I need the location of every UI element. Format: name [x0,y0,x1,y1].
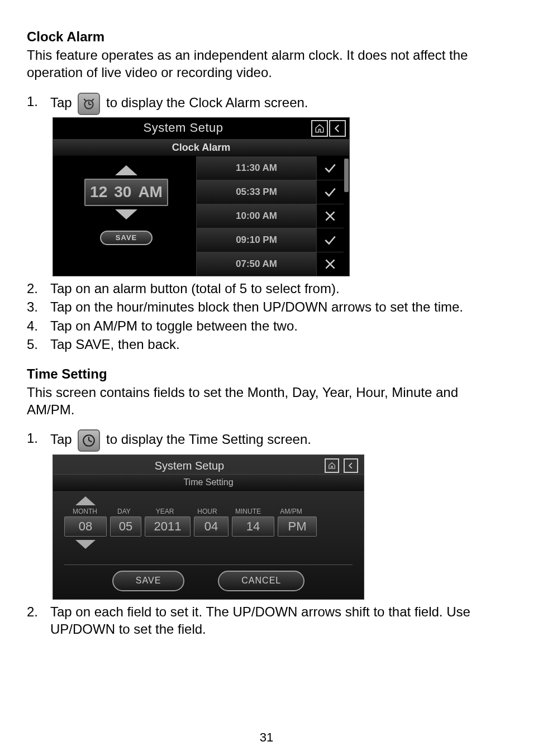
up-arrow-icon[interactable] [115,165,137,175]
save-button[interactable]: SAVE [100,231,153,246]
step1-suffix: to display the Time Setting screen. [106,432,311,447]
time-setting-step1: 1. Tap to display the Time Setting scree… [27,429,506,452]
minute-field[interactable]: 14 [232,516,274,537]
system-setup-title: System Setup [56,120,310,136]
month-label: MONTH [64,508,106,516]
clock-alarm-step2: 2.Tap on an alarm button (total of 5 to … [27,280,506,297]
alarm-row[interactable]: 05:33 PM [197,180,344,204]
alarm-row[interactable]: 10:00 AM [197,204,344,228]
svg-line-3 [84,99,86,101]
svg-line-4 [92,99,94,101]
ampm-field[interactable]: PM [278,516,317,537]
alarm-time[interactable]: 07:50 AM [197,252,317,276]
clock-icon [78,429,100,452]
step1-prefix: Tap [50,95,72,110]
step1-suffix: to display the Clock Alarm screen. [106,95,308,110]
step1-prefix: Tap [50,432,72,447]
alarm-time[interactable]: 05:33 PM [197,180,317,204]
svg-line-7 [89,441,92,442]
alarm-time[interactable]: 09:10 PM [197,228,317,252]
minute-label: MINUTE [227,508,269,516]
clock-alarm-step3: 3.Tap on the hour/minutes block then UP/… [27,298,506,315]
time-setting-screenshot: System Setup Time Setting MONTH DAY YEAR… [53,454,364,600]
x-icon[interactable] [317,204,344,228]
time-picker[interactable]: 12 30 AM [84,179,168,205]
ampm-segment[interactable]: AM [137,182,164,202]
hour-field[interactable]: 04 [194,516,229,537]
time-setting-intro: This screen contains fields to set the M… [27,384,506,418]
time-setting-heading: Time Setting [27,365,506,382]
hour-segment[interactable]: 12 [89,182,108,202]
ampm-label: AM/PM [272,508,310,516]
alarm-row[interactable]: 11:30 AM [197,156,344,180]
clock-alarm-step1: 1. Tap to display the Clock Alarm screen… [27,93,506,115]
year-field[interactable]: 2011 [145,516,191,537]
check-icon[interactable] [317,180,344,204]
back-icon[interactable] [329,120,346,137]
time-setting-subtitle: Time Setting [53,474,364,491]
down-arrow-icon[interactable] [75,540,96,549]
clock-alarm-intro: This feature operates as an independent … [27,46,506,81]
clock-alarm-step4: 4.Tap on AM/PM to toggle between the two… [27,317,506,334]
hour-label: HOUR [191,508,224,516]
back-icon[interactable] [344,458,358,473]
alarm-clock-icon [78,93,100,115]
alarm-time[interactable]: 11:30 AM [197,156,317,180]
time-setting-step2: 2.Tap on each field to set it. The UP/DO… [27,603,506,638]
check-icon[interactable] [317,156,344,180]
system-setup-title: System Setup [59,458,320,473]
clock-alarm-screenshot: System Setup Clock Alarm 12 30 AM SAVE 1… [53,117,350,276]
day-field[interactable]: 05 [110,516,141,537]
check-icon[interactable] [317,228,344,252]
home-icon[interactable] [325,458,339,473]
alarm-row[interactable]: 07:50 AM [197,252,344,276]
clock-alarm-subtitle: Clock Alarm [53,140,349,156]
scrollbar-thumb[interactable] [344,159,349,192]
minute-segment[interactable]: 30 [113,182,132,202]
down-arrow-icon[interactable] [115,209,137,219]
month-field[interactable]: 08 [64,516,107,537]
home-icon[interactable] [311,120,328,137]
day-label: DAY [109,508,139,516]
cancel-button[interactable]: CANCEL [218,571,304,591]
x-icon[interactable] [317,252,344,276]
up-arrow-icon[interactable] [75,496,96,505]
page-number: 31 [0,730,533,746]
alarm-time[interactable]: 10:00 AM [197,204,317,228]
alarm-list: 11:30 AM05:33 PM10:00 AM09:10 PM07:50 AM [196,156,344,276]
clock-alarm-step5: 5.Tap SAVE, then back. [27,336,506,353]
year-label: YEAR [142,508,187,516]
save-button[interactable]: SAVE [112,571,185,591]
scrollbar[interactable] [344,156,349,276]
alarm-row[interactable]: 09:10 PM [197,228,344,252]
clock-alarm-heading: Clock Alarm [27,28,506,45]
